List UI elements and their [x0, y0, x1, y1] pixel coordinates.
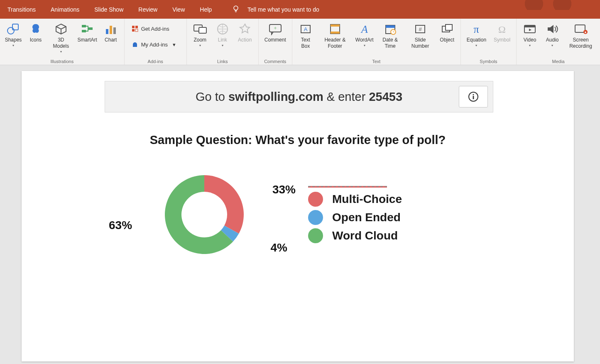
- svg-text:Ω: Ω: [498, 24, 506, 35]
- chevron-down-icon: ▾: [364, 44, 365, 48]
- smartart-button[interactable]: SmartArt: [77, 21, 98, 44]
- group-media: Video ▾ Audio ▾ ● Screen Recording Media: [517, 19, 600, 65]
- chart-container: 33% 4% 63% Multi-Choice Open Ended Word …: [138, 169, 402, 260]
- datetime-button[interactable]: Date & Time: [378, 21, 403, 50]
- svg-rect-3: [82, 25, 86, 27]
- cube-icon: [54, 22, 68, 36]
- svg-rect-8: [113, 27, 116, 34]
- shapes-icon: [6, 22, 20, 36]
- svg-point-0: [234, 6, 238, 10]
- legend-label-multi: Multi-Choice: [332, 193, 402, 206]
- legend-divider: [308, 186, 387, 188]
- svg-rect-12: [135, 29, 138, 32]
- icons-icon: [29, 22, 43, 36]
- textbox-label: Text Box: [298, 37, 313, 49]
- zoom-icon: [193, 22, 207, 36]
- swatch-green-icon: [308, 228, 323, 243]
- tab-view[interactable]: View: [165, 0, 192, 19]
- ribbon-tabs: Transitions Animations Slide Show Review…: [0, 0, 600, 19]
- svg-point-40: [473, 94, 474, 95]
- group-text: A Text Box Header & Footer A WordArt ▾ D…: [292, 19, 461, 65]
- group-label-illustrations: Illustrations: [0, 59, 124, 64]
- zoom-button[interactable]: Zoom ▾: [191, 21, 209, 49]
- zoom-label: Zoom: [193, 37, 206, 43]
- video-icon: [523, 22, 537, 36]
- action-label: Action: [238, 37, 252, 43]
- legend-item-open: Open Ended: [308, 210, 402, 225]
- link-button[interactable]: Link ▾: [213, 21, 232, 49]
- svg-text:#: #: [419, 26, 422, 32]
- audio-button[interactable]: Audio ▾: [543, 21, 561, 49]
- datetime-label: Date & Time: [380, 37, 401, 49]
- 3d-models-label: 3D Models: [51, 37, 71, 49]
- slidenumber-button[interactable]: # Slide Number: [407, 21, 434, 50]
- chevron-down-icon: ▾: [60, 50, 62, 54]
- legend-item-multi: Multi-Choice: [308, 192, 402, 207]
- poll-question: Sample Question: What's your favorite ty…: [22, 133, 574, 147]
- video-button[interactable]: Video ▾: [521, 21, 539, 49]
- screenrec-icon: ●: [574, 22, 588, 36]
- slidenumber-icon: #: [413, 22, 427, 36]
- my-addins-button[interactable]: My Add-ins ▾: [129, 39, 182, 49]
- object-label: Object: [440, 37, 454, 43]
- icons-button[interactable]: Icons: [27, 21, 45, 44]
- svg-text:＋: ＋: [273, 25, 278, 31]
- slide-canvas-area: Go to swiftpolling.com & enter 25453 Sam…: [0, 65, 600, 362]
- svg-rect-11: [132, 29, 135, 32]
- symbol-label: Symbol: [494, 37, 510, 43]
- chevron-down-icon: ▾: [12, 44, 14, 48]
- equation-label: Equation: [467, 37, 486, 43]
- svg-text:A: A: [360, 23, 368, 35]
- pct-open: 4%: [271, 241, 287, 254]
- tab-transitions[interactable]: Transitions: [0, 0, 43, 19]
- screenrec-label: Screen Recording: [567, 37, 594, 49]
- tab-slideshow[interactable]: Slide Show: [87, 0, 131, 19]
- chevron-down-icon: ▾: [529, 44, 531, 48]
- headerfooter-button[interactable]: Header & Footer: [319, 21, 351, 50]
- svg-text:π: π: [474, 23, 479, 35]
- info-button[interactable]: [459, 86, 488, 107]
- wordart-button[interactable]: A WordArt ▾: [355, 21, 374, 49]
- tab-animations[interactable]: Animations: [43, 0, 87, 19]
- svg-rect-41: [473, 96, 474, 99]
- tell-me-input[interactable]: Tell me what you want to do: [247, 6, 319, 13]
- svg-rect-9: [132, 26, 135, 28]
- headerfooter-label: Header & Footer: [321, 37, 350, 49]
- tab-review[interactable]: Review: [131, 0, 165, 19]
- banner-site: swiftpolling.com: [228, 90, 323, 103]
- svg-rect-23: [331, 32, 340, 34]
- slidenumber-label: Slide Number: [409, 37, 432, 49]
- wordart-icon: A: [358, 22, 372, 36]
- chevron-down-icon: ▾: [222, 44, 223, 48]
- comment-icon: ＋: [268, 22, 282, 36]
- object-icon: [440, 22, 454, 36]
- speaker-icon: [545, 22, 559, 36]
- group-comments: ＋ Comment Comments: [259, 19, 292, 65]
- pct-word: 63%: [109, 219, 132, 232]
- action-button[interactable]: Action: [236, 21, 254, 44]
- svg-rect-10: [135, 26, 138, 28]
- slide[interactable]: Go to swiftpolling.com & enter 25453 Sam…: [22, 71, 574, 362]
- textbox-button[interactable]: A Text Box: [296, 21, 315, 50]
- screen-recording-button[interactable]: ● Screen Recording: [566, 21, 596, 50]
- get-addins-button[interactable]: Get Add-ins: [129, 24, 182, 34]
- legend-label-word: Word Cloud: [332, 229, 398, 242]
- 3d-models-button[interactable]: 3D Models ▾: [49, 21, 73, 55]
- chevron-down-icon: ▾: [475, 44, 477, 48]
- svg-rect-7: [110, 26, 112, 34]
- symbol-button[interactable]: Ω Symbol: [492, 21, 512, 44]
- tab-help[interactable]: Help: [192, 0, 219, 19]
- video-label: Video: [524, 37, 536, 43]
- group-symbols: π Equation ▾ Ω Symbol Symbols: [461, 19, 517, 65]
- comment-button[interactable]: ＋ Comment: [263, 21, 288, 44]
- chart-legend: Multi-Choice Open Ended Word Cloud: [308, 186, 402, 243]
- group-links: Zoom ▾ Link ▾ Action Links: [187, 19, 259, 65]
- object-button[interactable]: Object: [438, 21, 456, 44]
- comment-label: Comment: [264, 37, 286, 43]
- swatch-red-icon: [308, 192, 323, 207]
- group-illustrations: Shapes ▾ Icons 3D Models ▾ SmartArt Char…: [0, 19, 125, 65]
- banner-text-mid: & enter: [323, 90, 369, 103]
- equation-button[interactable]: π Equation ▾: [465, 21, 488, 49]
- shapes-button[interactable]: Shapes ▾: [4, 21, 22, 49]
- chart-button[interactable]: Chart: [102, 21, 120, 44]
